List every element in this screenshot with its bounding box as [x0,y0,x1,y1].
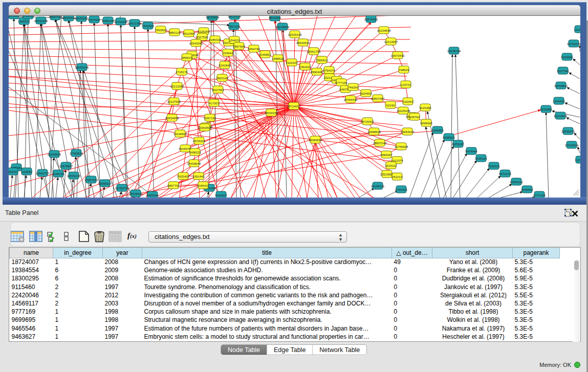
svg-text:19166827: 19166827 [173,133,187,136]
svg-text:9465546: 9465546 [146,194,159,197]
svg-text:13654923: 13654923 [401,130,415,134]
svg-text:9115460: 9115460 [420,106,432,110]
svg-text:1615112: 1615112 [385,164,398,167]
svg-text:20876682: 20876682 [364,18,378,21]
svg-text:2867608: 2867608 [233,45,245,48]
svg-text:12942757: 12942757 [36,172,50,175]
svg-text:62160: 62160 [386,104,395,107]
svg-text:10654112: 10654112 [510,181,524,184]
svg-text:18300295: 18300295 [265,112,278,115]
svg-text:3267130: 3267130 [204,117,216,120]
svg-text:129731: 129731 [401,83,411,86]
svg-text:8938923: 8938923 [443,136,455,139]
svg-text:9794074: 9794074 [323,69,335,72]
svg-text:1065411: 1065411 [198,184,210,187]
svg-text:1588520: 1588520 [272,57,284,60]
svg-text:10025438: 10025438 [397,110,410,113]
svg-text:1115682: 1115682 [21,170,33,173]
svg-text:7857224: 7857224 [228,25,240,28]
svg-text:19384554: 19384554 [309,139,322,142]
svg-text:29053346: 29053346 [75,66,89,69]
svg-text:746266: 746266 [348,86,359,89]
svg-text:100443: 100443 [403,100,413,103]
svg-text:12503135: 12503135 [67,174,81,178]
svg-text:9327505: 9327505 [196,36,208,39]
svg-text:15692971: 15692971 [561,130,575,133]
svg-text:8427552: 8427552 [212,89,224,92]
svg-text:748509: 748509 [399,69,409,72]
svg-text:154623: 154623 [229,39,240,42]
svg-text:9699695: 9699695 [420,122,432,125]
svg-text:3684067: 3684067 [380,154,393,157]
svg-text:7663822: 7663822 [155,29,167,32]
svg-text:7632621: 7632621 [488,165,500,168]
svg-text:935794: 935794 [409,116,420,119]
svg-text:8578334: 8578334 [193,140,205,143]
svg-text:8471676: 8471676 [499,172,511,176]
svg-text:20364436: 20364436 [344,98,358,101]
svg-text:1145195: 1145195 [53,172,65,176]
svg-text:5226058: 5226058 [198,30,210,33]
svg-text:18640910: 18640910 [296,41,310,45]
svg-text:15409948: 15409948 [187,162,201,165]
svg-text:16782759: 16782759 [115,187,129,190]
svg-text:9777169: 9777169 [335,81,347,84]
svg-text:3624554: 3624554 [360,92,372,95]
svg-text:10958107: 10958107 [98,182,112,185]
svg-text:1691443: 1691443 [192,175,205,178]
svg-text:1244415: 1244415 [553,100,565,103]
svg-text:9329966: 9329966 [561,56,573,59]
svg-text:18724007: 18724007 [287,105,301,108]
svg-text:10719185: 10719185 [114,20,128,24]
svg-text:1362615: 1362615 [299,65,311,69]
svg-text:10973493: 10973493 [391,54,405,57]
svg-text:17016504: 17016504 [565,144,579,147]
svg-text:12213967: 12213967 [384,40,398,43]
svg-text:1167531: 1167531 [575,159,580,162]
svg-text:14637193: 14637193 [49,16,62,18]
svg-text:22455603: 22455603 [9,16,21,17]
svg-text:16210643: 16210643 [554,115,568,118]
svg-text:989615: 989615 [182,56,192,59]
svg-text:8990448: 8990448 [311,71,323,74]
svg-text:7625402: 7625402 [177,175,189,178]
svg-text:18265301: 18265301 [62,16,76,19]
svg-text:39154: 39154 [9,170,17,173]
svg-text:16961758: 16961758 [307,50,321,53]
svg-text:17957253: 17957253 [84,179,98,182]
svg-text:2803144: 2803144 [216,77,228,80]
svg-text:8813054: 8813054 [269,16,281,19]
svg-text:6879197: 6879197 [452,143,464,146]
svg-text:16154838: 16154838 [377,29,391,32]
svg-text:8912954: 8912954 [183,32,195,35]
svg-text:3322037: 3322037 [286,61,298,64]
svg-text:2718176: 2718176 [176,71,188,74]
svg-text:9857791: 9857791 [167,184,180,187]
svg-text:9860124: 9860124 [168,31,181,34]
svg-text:3498222: 3498222 [189,151,201,154]
svg-text:18807249: 18807249 [373,142,387,145]
svg-text:13325419: 13325419 [288,33,302,36]
svg-text:9245652: 9245652 [521,188,533,191]
svg-text:12213383: 12213383 [170,85,184,88]
svg-text:10688609: 10688609 [367,130,381,134]
svg-text:9777169: 9777169 [533,194,546,197]
svg-text:10653287: 10653287 [75,17,89,20]
svg-text:10807487: 10807487 [371,97,385,100]
svg-text:17359934: 17359934 [70,152,83,155]
svg-text:9463627: 9463627 [215,194,227,197]
svg-text:8215955: 8215955 [540,108,552,111]
svg-text:417003: 417003 [209,102,220,105]
svg-text:12323446: 12323446 [129,192,143,195]
svg-text:1405571: 1405571 [18,20,30,23]
svg-text:14136141: 14136141 [371,185,385,188]
svg-text:9146821: 9146821 [259,53,271,56]
svg-text:13353594: 13353594 [198,126,212,129]
svg-text:1640954: 1640954 [431,129,444,132]
svg-text:16543362: 16543362 [189,42,203,45]
svg-text:10107552: 10107552 [167,100,181,103]
svg-text:1527602: 1527602 [88,18,100,21]
svg-text:12093822: 12093822 [554,84,568,87]
svg-text:10975867: 10975867 [59,165,73,168]
svg-text:9242848: 9242848 [219,64,231,67]
